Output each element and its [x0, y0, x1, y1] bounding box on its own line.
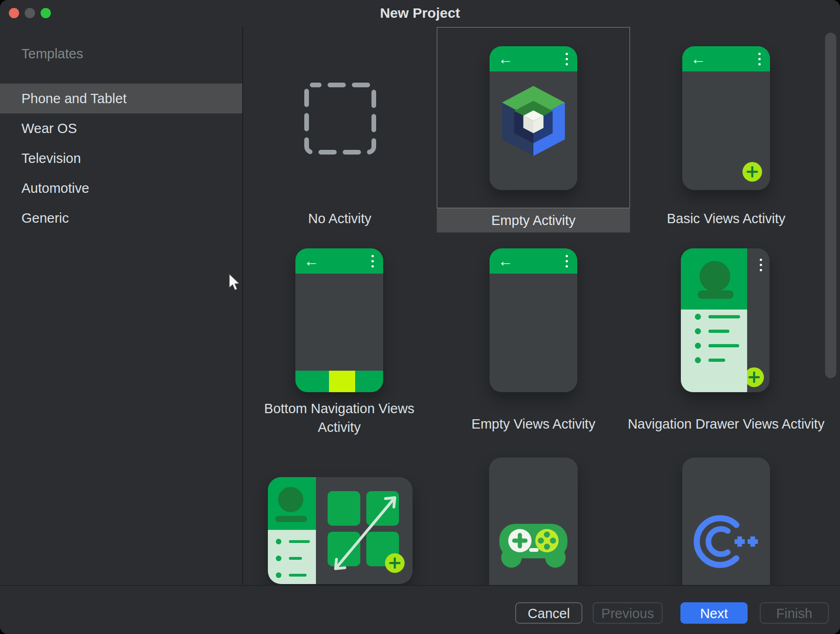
back-arrow-icon: ← — [498, 251, 513, 271]
basic-views-activity-phone-preview[interactable]: ← — [682, 46, 770, 190]
back-arrow-icon: ← — [304, 251, 319, 271]
template-label-basic-views-activity[interactable]: Basic Views Activity — [667, 211, 785, 226]
appbar-graphic: ← — [682, 46, 770, 71]
sidebar-separator — [242, 26, 243, 585]
cancel-button[interactable]: Cancel — [515, 602, 582, 624]
bottom-navigation-phone-preview[interactable]: ← — [295, 248, 383, 392]
gamepad-icon — [494, 521, 573, 570]
jetpack-compose-cube-icon — [498, 82, 568, 160]
plus-fab-icon — [742, 162, 762, 182]
nav-drawer-graphic — [681, 248, 747, 392]
avatar-name-bar — [698, 290, 734, 299]
template-label-empty-views-activity[interactable]: Empty Views Activity — [471, 416, 595, 432]
sidebar-item-phone-and-tablet[interactable]: Phone and Tablet — [0, 84, 242, 113]
drawer-menu-item — [695, 357, 725, 363]
vertical-scrollbar-thumb[interactable] — [825, 33, 836, 378]
template-label-empty-activity[interactable]: Empty Activity — [437, 208, 630, 232]
title-bar: New Project — [0, 0, 840, 26]
previous-button[interactable]: Previous — [593, 602, 663, 624]
native-cpp-phone-preview[interactable] — [682, 458, 770, 601]
kebab-menu-icon — [760, 259, 762, 271]
mouse-cursor — [227, 273, 241, 292]
game-activity-phone-preview[interactable] — [489, 458, 578, 601]
plus-fab-icon — [744, 367, 764, 387]
kebab-menu-icon — [371, 255, 374, 268]
sidebar-item-television[interactable]: Television — [0, 143, 242, 173]
template-label-navigation-drawer-views-activity[interactable]: Navigation Drawer Views Activity — [628, 416, 825, 432]
appbar-graphic: ← — [490, 46, 577, 71]
window-title: New Project — [0, 0, 840, 26]
drawer-menu-item — [695, 328, 729, 334]
avatar — [700, 261, 730, 292]
drawer-body-graphic — [681, 310, 747, 392]
template-label-bottom-navigation-views-activity[interactable]: Bottom Navigation Views Activity — [260, 399, 419, 437]
appbar-graphic: ← — [295, 248, 383, 274]
template-label-no-activity[interactable]: No Activity — [308, 211, 371, 226]
navigation-drawer-phone-preview[interactable] — [681, 248, 770, 392]
kebab-menu-icon — [566, 53, 568, 65]
sidebar-item-wear-os[interactable]: Wear OS — [0, 113, 242, 143]
drawer-menu-item — [695, 343, 739, 349]
cpp-icon — [691, 507, 761, 577]
templates-header: Templates — [21, 45, 83, 62]
empty-views-activity-phone-preview[interactable]: ← — [490, 248, 577, 392]
sidebar-item-generic[interactable]: Generic — [0, 203, 242, 233]
finish-button[interactable]: Finish — [760, 602, 829, 624]
back-arrow-icon: ← — [691, 49, 706, 69]
dashed-placeholder-icon[interactable] — [304, 82, 377, 155]
new-project-dialog: New Project Templates Phone and Tablet W… — [0, 0, 840, 634]
bottom-nav-bar-graphic — [295, 371, 383, 392]
tablet-responsive-grid-icon[interactable] — [268, 477, 413, 584]
empty-activity-phone-preview[interactable]: ← — [490, 46, 577, 190]
kebab-menu-icon — [566, 255, 568, 268]
back-arrow-icon: ← — [498, 49, 513, 69]
drawer-menu-item — [695, 314, 740, 320]
kebab-menu-icon — [758, 53, 761, 65]
drawer-header-graphic — [681, 248, 747, 310]
bottom-nav-selected-tab-graphic — [329, 371, 355, 392]
plus-fab-icon — [385, 553, 405, 573]
sidebar-item-automotive[interactable]: Automotive — [0, 173, 242, 203]
next-button[interactable]: Next — [680, 602, 748, 624]
appbar-graphic: ← — [490, 248, 577, 274]
dialog-footer: Cancel Previous Next Finish — [0, 585, 840, 634]
